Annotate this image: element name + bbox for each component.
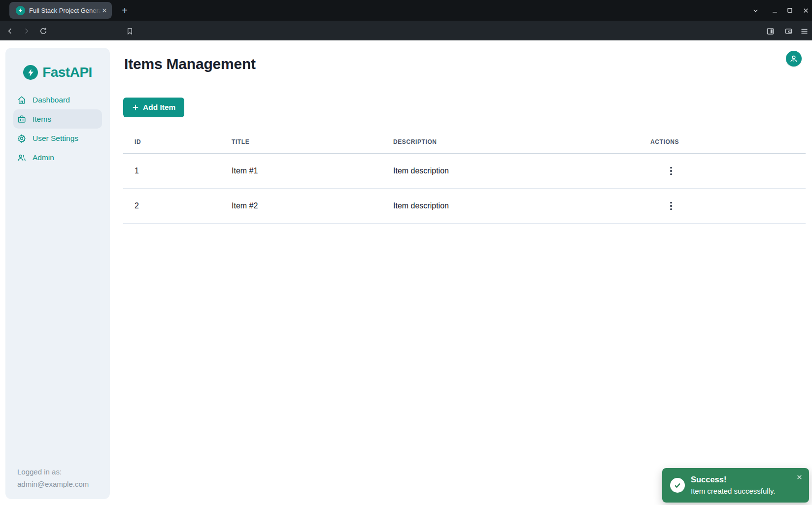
window-maximize-button[interactable] [783,4,796,17]
tab-title: Full Stack Project Genera [29,7,101,14]
gear-icon [17,134,26,143]
brave-wallet-icon[interactable] [782,25,795,37]
logged-in-label: Logged in as: [17,466,89,478]
table-row: 1 Item #1 Item description [123,154,806,189]
add-item-button[interactable]: Add Item [123,98,184,117]
home-icon [17,96,26,104]
window-close-button[interactable] [799,4,812,17]
browser-tab-bar: Full Stack Project Genera ✕ + [0,0,812,21]
sidebar-item-label: User Settings [33,134,78,143]
sidebar-toggle-icon[interactable] [764,25,777,37]
sidebar-item-label: Items [33,115,51,124]
column-header-title: TITLE [220,138,382,145]
check-circle-icon [670,478,685,493]
cell-title: Item #2 [220,202,382,210]
cell-id: 1 [123,167,220,175]
user-avatar-button[interactable] [786,51,802,67]
users-icon [17,153,26,162]
page-title: Items Management [124,56,256,72]
logged-in-info: Logged in as: admin@example.com [17,466,89,490]
sidebar-item-dashboard[interactable]: Dashboard [13,90,102,109]
cell-description: Item description [382,167,639,175]
reload-button[interactable] [37,25,50,37]
plus-icon [132,104,139,111]
sidebar-item-items[interactable]: Items [13,109,102,129]
back-button[interactable] [4,25,17,37]
tab-close-icon[interactable]: ✕ [101,6,108,15]
menu-hamburger-icon[interactable] [798,25,811,37]
cell-id: 2 [123,202,220,210]
table-header-row: ID TITLE DESCRIPTION ACTIONS [123,131,806,154]
page-content: FastAPI Dashboard Items User Settings [0,40,812,505]
column-header-actions: ACTIONS [639,138,806,145]
toast-close-icon[interactable] [794,472,804,482]
fastapi-logo: FastAPI [5,65,110,80]
sidebar-item-label: Dashboard [33,96,70,104]
row-actions-menu-button[interactable] [665,199,677,213]
sidebar-item-label: Admin [33,153,54,162]
tab-search-chevron-icon[interactable] [749,4,762,17]
browser-window: Full Stack Project Genera ✕ + [0,0,812,505]
column-header-id: ID [123,138,220,145]
success-toast: Success! Item created successfully. [662,468,809,503]
browser-tab[interactable]: Full Stack Project Genera ✕ [9,2,112,19]
new-tab-button[interactable]: + [118,4,131,17]
sidebar-item-admin[interactable]: Admin [13,148,102,167]
add-item-label: Add Item [143,103,175,112]
cell-description: Item description [382,202,639,210]
column-header-description: DESCRIPTION [382,138,639,145]
sidebar-nav: Dashboard Items User Settings Admin [5,90,110,167]
items-table: ID TITLE DESCRIPTION ACTIONS 1 Item #1 I… [123,131,806,224]
toast-title: Success! [691,475,726,484]
bookmark-icon[interactable] [123,25,136,37]
sidebar: FastAPI Dashboard Items User Settings [5,48,110,499]
forward-button[interactable] [20,25,33,37]
cell-title: Item #1 [220,167,382,175]
user-icon [789,54,799,64]
fastapi-favicon-icon [16,6,25,15]
sidebar-item-user-settings[interactable]: User Settings [13,129,102,148]
toast-message: Item created successfully. [691,487,775,495]
window-minimize-button[interactable] [768,4,781,17]
table-row: 2 Item #2 Item description [123,189,806,224]
fastapi-logo-icon [23,65,38,80]
browser-toolbar: i localhost/items 1 [0,21,812,40]
logo-text: FastAPI [42,65,92,80]
logged-in-email: admin@example.com [17,478,89,490]
row-actions-menu-button[interactable] [665,164,677,178]
briefcase-icon [17,115,26,124]
